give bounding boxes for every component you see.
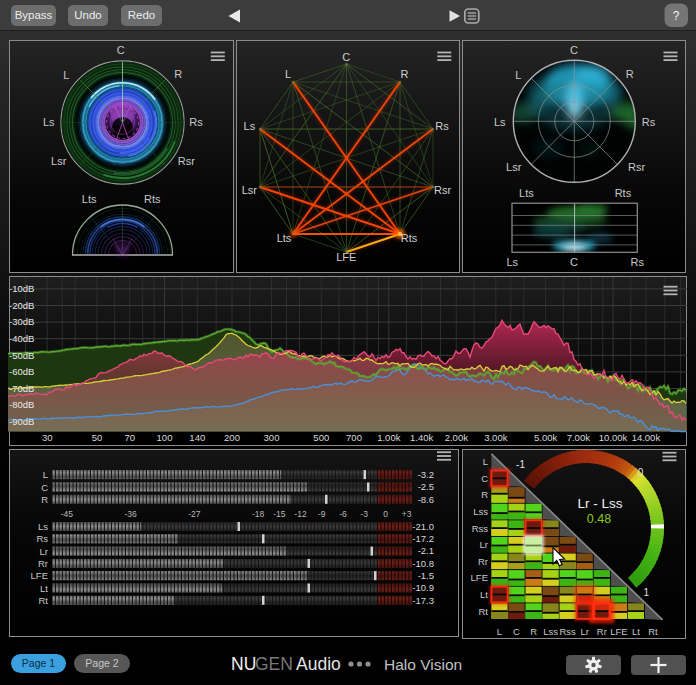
svg-text:Lt: Lt xyxy=(480,589,488,600)
svg-text:-1: -1 xyxy=(516,459,525,470)
svg-text:Rss: Rss xyxy=(472,523,489,534)
svg-text:Lt: Lt xyxy=(632,626,640,637)
svg-text:Lr: Lr xyxy=(480,539,488,550)
svg-text:0: 0 xyxy=(638,467,644,478)
svg-text:Lss: Lss xyxy=(473,506,488,517)
svg-text:R: R xyxy=(481,489,488,500)
svg-text:Rr: Rr xyxy=(478,556,488,567)
svg-text:Rt: Rt xyxy=(479,606,489,617)
svg-text:0.48: 0.48 xyxy=(587,512,611,526)
svg-text:C: C xyxy=(481,473,488,484)
svg-text:Rt: Rt xyxy=(648,626,658,637)
svg-text:LFE: LFE xyxy=(610,626,627,637)
svg-text:Lss: Lss xyxy=(543,626,558,637)
svg-text:1: 1 xyxy=(643,587,649,598)
svg-text:L: L xyxy=(497,626,502,637)
svg-text:Lr - Lss: Lr - Lss xyxy=(577,496,622,511)
svg-text:C: C xyxy=(513,626,520,637)
svg-text:L: L xyxy=(483,456,488,467)
svg-text:R: R xyxy=(530,626,537,637)
svg-text:Lr: Lr xyxy=(581,626,589,637)
svg-text:Rss: Rss xyxy=(560,626,577,637)
svg-text:LFE: LFE xyxy=(471,572,488,583)
svg-text:Rr: Rr xyxy=(597,626,607,637)
